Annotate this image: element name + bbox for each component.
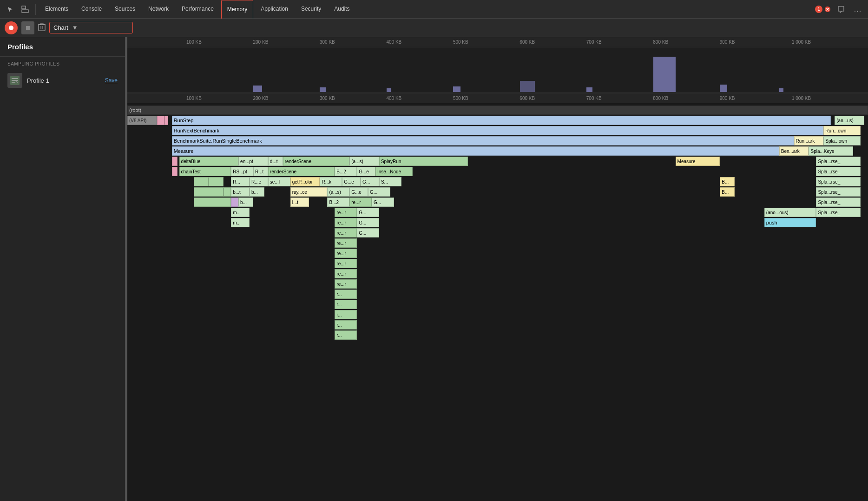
- flame-splakeys[interactable]: Spla...Keys: [809, 146, 853, 156]
- flame-splarserse1[interactable]: Spla...rse_: [816, 157, 861, 166]
- flame-green-g4[interactable]: [224, 187, 231, 197]
- flame-r3[interactable]: r...: [335, 310, 357, 319]
- flame-r5[interactable]: r...: [335, 330, 357, 340]
- flame-b2-mid[interactable]: B...2: [327, 198, 349, 207]
- flame-deltablue[interactable]: deltaBlue: [179, 157, 239, 166]
- flame-runnextbenchmark[interactable]: RunNextBenchmark: [172, 126, 824, 135]
- tab-sources[interactable]: Sources: [109, 0, 141, 19]
- flame-green-group2[interactable]: [209, 177, 224, 186]
- inspect-icon[interactable]: [19, 3, 32, 16]
- flame-g4[interactable]: G...: [357, 208, 379, 217]
- flame-benchmarksuite[interactable]: BenchmarkSuite.RunSingleBenchmark: [172, 136, 794, 145]
- flame-r2[interactable]: r...: [335, 300, 357, 309]
- flame-ge3[interactable]: G...e: [349, 187, 368, 197]
- flame-b-small[interactable]: b...: [238, 198, 253, 207]
- flame-root[interactable]: (root): [127, 105, 868, 115]
- flame-anus[interactable]: (an...us): [835, 116, 864, 125]
- flame-ge2[interactable]: G...e: [342, 177, 361, 186]
- flame-runark[interactable]: Run...ark: [794, 136, 824, 145]
- flame-renderscene1[interactable]: renderScene: [283, 157, 349, 166]
- flame-measure2[interactable]: Measure: [676, 157, 720, 166]
- flame-rer9[interactable]: re...r: [335, 279, 357, 289]
- flame-measure[interactable]: Measure: [172, 146, 779, 156]
- flame-sel[interactable]: se...l: [268, 177, 290, 186]
- flame-green-g5[interactable]: [194, 198, 231, 207]
- flame-rk[interactable]: R...k: [320, 177, 342, 186]
- flame-push[interactable]: push: [764, 218, 816, 227]
- chart-type-select[interactable]: Chart ▼: [49, 22, 133, 33]
- flame-green-group1[interactable]: [194, 177, 209, 186]
- flame-b1[interactable]: b...: [250, 187, 264, 197]
- flame-rspt[interactable]: RS...pt: [231, 167, 253, 176]
- chat-icon[interactable]: [835, 3, 848, 16]
- tab-audits[interactable]: Audits: [329, 0, 355, 19]
- tab-performance[interactable]: Performance: [176, 0, 219, 19]
- flame-runstep[interactable]: RunStep: [172, 116, 831, 125]
- flame-rer5[interactable]: re...r: [335, 238, 357, 248]
- flame-v8-pink2[interactable]: [164, 116, 168, 125]
- flame-re2[interactable]: R...e: [250, 177, 268, 186]
- flame-pink-chain[interactable]: [172, 167, 178, 176]
- flame-m2[interactable]: m...: [231, 218, 250, 227]
- flame-b-right1[interactable]: B...: [720, 177, 735, 186]
- flame-green-g3[interactable]: [194, 187, 224, 197]
- tab-elements[interactable]: Elements: [39, 0, 74, 19]
- flame-as1[interactable]: (a...s): [349, 157, 379, 166]
- flame-rer1[interactable]: re...r: [349, 198, 372, 207]
- flame-getpcolor[interactable]: getP...olor: [290, 177, 320, 186]
- flame-as2[interactable]: (a...s): [327, 187, 349, 197]
- chart-area[interactable]: 100 KB 200 KB 300 KB 400 KB 500 KB 600 K…: [127, 37, 868, 501]
- flame-bt1[interactable]: b...t: [231, 187, 250, 197]
- flame-rt[interactable]: R...t: [253, 167, 268, 176]
- flame-renderscene2[interactable]: renderScene: [268, 167, 335, 176]
- flame-rayce[interactable]: ray...ce: [290, 187, 328, 197]
- flame-lavender1[interactable]: [231, 198, 238, 207]
- flame-ge1[interactable]: G...e: [357, 167, 375, 176]
- flame-splarserse3[interactable]: Spla...rse_: [816, 177, 861, 186]
- flame-rer3[interactable]: re...r: [335, 218, 357, 227]
- error-indicator[interactable]: 1: [815, 6, 831, 13]
- stop-button[interactable]: [21, 21, 34, 34]
- flame-s1[interactable]: S...: [379, 177, 401, 186]
- tab-application[interactable]: Application: [255, 0, 294, 19]
- flame-anonymous[interactable]: (ano...ous): [764, 208, 816, 217]
- flame-v8api[interactable]: (V8 API): [127, 116, 157, 125]
- flame-rer4[interactable]: re...r: [335, 228, 357, 237]
- flame-g5[interactable]: G...: [357, 218, 379, 227]
- flame-rer8[interactable]: re...r: [335, 269, 357, 278]
- flame-splarserse2[interactable]: Spla...rse_: [816, 167, 861, 176]
- flame-r1[interactable]: r...: [335, 290, 357, 299]
- flame-insenode[interactable]: Inse...Node: [375, 167, 413, 176]
- flame-rer7[interactable]: re...r: [335, 259, 357, 268]
- profile-item[interactable]: Profile 1 Save: [0, 69, 125, 92]
- flame-dt[interactable]: d...t: [268, 157, 283, 166]
- flame-splarserse5[interactable]: Spla...rse_: [816, 198, 861, 207]
- tab-security[interactable]: Security: [296, 0, 327, 19]
- flame-runown[interactable]: Run...own: [823, 126, 861, 135]
- flame-v8-pink1[interactable]: [157, 116, 164, 125]
- flame-lt[interactable]: l...t: [290, 198, 309, 207]
- flame-g2[interactable]: G...: [368, 187, 390, 197]
- tab-console[interactable]: Console: [76, 0, 107, 19]
- flame-rer6[interactable]: re...r: [335, 249, 357, 258]
- tab-network[interactable]: Network: [143, 0, 174, 19]
- flame-r4[interactable]: r...: [335, 320, 357, 330]
- flame-splarserse4[interactable]: Spla...rse_: [816, 187, 861, 197]
- flame-b-right2[interactable]: B...: [720, 187, 735, 197]
- tab-memory[interactable]: Memory: [221, 0, 253, 19]
- flame-splaown[interactable]: Spla...own: [823, 136, 861, 145]
- more-menu-icon[interactable]: ...: [851, 3, 864, 16]
- record-button[interactable]: [5, 21, 18, 34]
- flame-re1[interactable]: R...: [231, 177, 250, 186]
- flame-rer2[interactable]: re...r: [335, 208, 357, 217]
- profile-save[interactable]: Save: [105, 77, 118, 84]
- flame-enpt[interactable]: en...pt: [238, 157, 268, 166]
- flame-benark[interactable]: Ben...ark: [779, 146, 809, 156]
- flame-m1[interactable]: m...: [231, 208, 250, 217]
- flame-b2[interactable]: B...2: [335, 167, 357, 176]
- flame-splayrun[interactable]: SplayRun: [379, 157, 468, 166]
- flame-splarserse6[interactable]: Spla...rse_: [816, 208, 861, 217]
- flame-g6[interactable]: G...: [357, 228, 379, 237]
- flame-g3[interactable]: G...: [372, 198, 394, 207]
- flame-g1[interactable]: G...: [361, 177, 379, 186]
